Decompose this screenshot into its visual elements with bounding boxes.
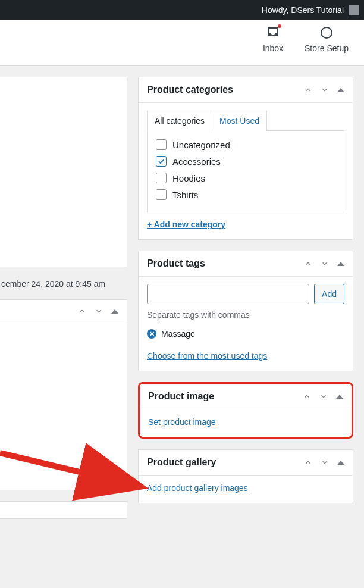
chevron-up-icon[interactable]	[304, 458, 312, 467]
circle-icon	[319, 26, 334, 40]
category-item: Accessories	[156, 156, 335, 167]
category-label: Accessories	[172, 157, 221, 167]
product-tags-title: Product tags	[147, 258, 205, 269]
tags-input[interactable]	[147, 284, 309, 304]
chevron-down-icon[interactable]	[95, 307, 103, 315]
category-item: Hoodies	[156, 173, 335, 183]
product-gallery-metabox: Product gallery Add product gallery imag…	[138, 449, 353, 503]
toggle-panel-icon[interactable]	[337, 88, 344, 92]
set-product-image-link[interactable]: Set product image	[148, 417, 216, 427]
chevron-up-icon[interactable]	[304, 259, 312, 268]
chevron-up-icon[interactable]	[78, 307, 86, 315]
category-item: Tshirts	[156, 189, 335, 200]
add-gallery-images-link[interactable]: Add product gallery images	[147, 483, 248, 493]
notification-dot-icon	[278, 24, 281, 28]
inbox-icon	[266, 26, 280, 40]
tab-all-categories[interactable]: All categories	[147, 111, 212, 131]
chevron-up-icon[interactable]	[304, 86, 312, 94]
tags-hint: Separate tags with commas	[147, 310, 344, 320]
toggle-panel-icon[interactable]	[337, 262, 344, 266]
remove-tag-icon[interactable]: ✕	[147, 329, 156, 339]
category-label: Tshirts	[172, 190, 198, 200]
revision-timestamp: cember 24, 2020 at 9:45 am	[0, 276, 127, 299]
add-new-category-link[interactable]: + Add new category	[147, 220, 225, 229]
inbox-label: Inbox	[263, 43, 283, 53]
product-tags-metabox: Product tags Add Separate tags with comm…	[138, 251, 353, 371]
category-label: Hoodies	[172, 173, 205, 183]
chevron-down-icon[interactable]	[321, 86, 329, 94]
svg-point-0	[321, 27, 332, 38]
checkbox-accessories[interactable]	[156, 156, 167, 167]
tag-label: Massage	[161, 329, 195, 339]
partial-metabox-2	[0, 501, 127, 519]
choose-most-used-tags-link[interactable]: Choose from the most used tags	[147, 351, 267, 361]
checkbox-hoodies[interactable]	[156, 173, 167, 183]
admin-bar: Howdy, DSers Tutorial	[0, 0, 364, 20]
tag-chip: ✕ Massage	[147, 329, 344, 339]
category-label: Uncategorized	[172, 140, 230, 150]
chevron-up-icon[interactable]	[303, 392, 311, 401]
store-setup-button[interactable]: Store Setup	[300, 26, 353, 65]
add-tag-button[interactable]: Add	[314, 284, 344, 304]
partial-metabox	[0, 299, 127, 490]
inbox-button[interactable]: Inbox	[246, 26, 300, 65]
toggle-panel-icon[interactable]	[337, 461, 344, 465]
chevron-down-icon[interactable]	[321, 259, 329, 268]
checkbox-uncategorized[interactable]	[156, 139, 167, 150]
editor-area-partial	[0, 77, 127, 267]
category-list: Uncategorized Accessories Hoodies Tshirt…	[147, 130, 344, 212]
product-image-metabox: Product image Set product image	[138, 382, 353, 439]
checkbox-tshirts[interactable]	[156, 189, 167, 200]
product-image-title: Product image	[148, 391, 214, 402]
category-item: Uncategorized	[156, 139, 335, 150]
tab-most-used[interactable]: Most Used	[212, 111, 267, 131]
toggle-panel-icon[interactable]	[336, 395, 343, 399]
chevron-down-icon[interactable]	[319, 392, 328, 401]
store-setup-label: Store Setup	[305, 43, 349, 53]
product-gallery-title: Product gallery	[147, 457, 216, 468]
product-categories-metabox: Product categories All categories Most U…	[138, 77, 353, 240]
woocommerce-topbar: Inbox Store Setup	[0, 20, 364, 66]
product-categories-title: Product categories	[147, 85, 233, 95]
toggle-panel-icon[interactable]	[111, 309, 118, 314]
chevron-down-icon[interactable]	[321, 458, 329, 467]
avatar[interactable]	[349, 5, 359, 15]
admin-greeting[interactable]: Howdy, DSers Tutorial	[262, 5, 344, 15]
